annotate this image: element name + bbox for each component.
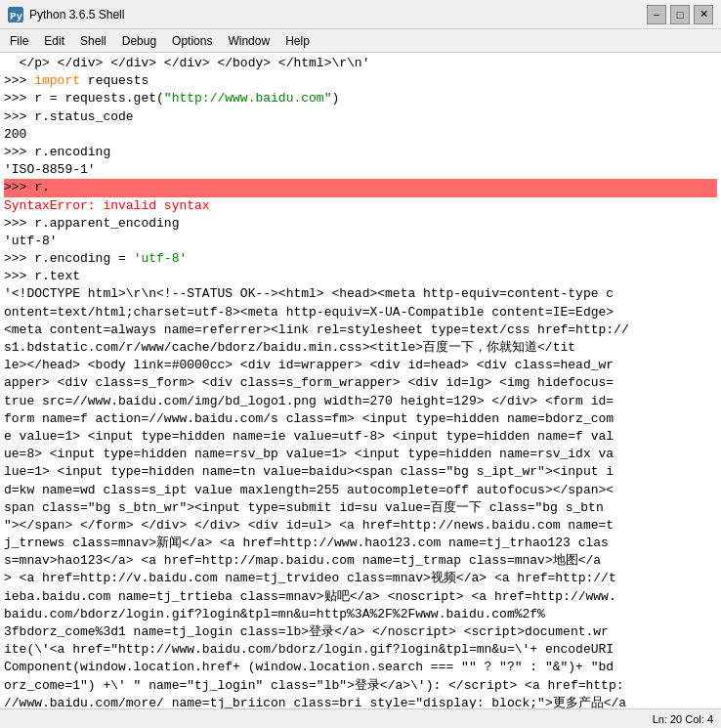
menu-item-help[interactable]: Help bbox=[279, 32, 316, 50]
python-icon: Py bbox=[8, 7, 23, 22]
svg-text:Py: Py bbox=[10, 11, 23, 22]
line-6: >>> r.encoding bbox=[4, 144, 717, 161]
line-14: '<!DOCTYPE html>\r\n<!--STATUS OK--><htm… bbox=[4, 285, 717, 708]
minimize-button[interactable]: − bbox=[647, 5, 666, 24]
menu-item-window[interactable]: Window bbox=[222, 32, 276, 50]
line-2: >>> import requests bbox=[4, 72, 717, 90]
title-bar: Py Python 3.6.5 Shell − □ ✕ bbox=[0, 0, 721, 29]
menu-bar: FileEditShellDebugOptionsWindowHelp bbox=[0, 29, 721, 53]
window-title: Python 3.6.5 Shell bbox=[29, 8, 124, 21]
title-bar-controls: − □ ✕ bbox=[647, 5, 713, 24]
line-12: >>> r.encoding = 'utf-8' bbox=[4, 250, 717, 268]
menu-item-debug[interactable]: Debug bbox=[116, 32, 162, 50]
shell-content[interactable]: </p> </div> </div> </div> </body> </html… bbox=[0, 53, 721, 708]
close-button[interactable]: ✕ bbox=[694, 5, 713, 24]
line-8: >>> r. bbox=[4, 179, 717, 196]
status-bar: Ln: 20 Col: 4 bbox=[0, 708, 721, 728]
status-text: Ln: 20 Col: 4 bbox=[653, 713, 713, 725]
title-bar-left: Py Python 3.6.5 Shell bbox=[8, 7, 124, 22]
line-13: >>> r.text bbox=[4, 268, 717, 285]
maximize-button[interactable]: □ bbox=[670, 5, 690, 24]
line-1: </p> </div> </div> </div> </body> </html… bbox=[4, 55, 717, 72]
menu-item-file[interactable]: File bbox=[4, 32, 34, 50]
line-11: 'utf-8' bbox=[4, 233, 717, 250]
menu-item-edit[interactable]: Edit bbox=[38, 32, 70, 50]
line-4: >>> r.status_code bbox=[4, 108, 717, 126]
menu-item-shell[interactable]: Shell bbox=[74, 32, 112, 50]
line-5: 200 bbox=[4, 126, 717, 144]
line-10: >>> r.apparent_encoding bbox=[4, 215, 717, 233]
line-7: 'ISO-8859-1' bbox=[4, 161, 717, 179]
menu-item-options[interactable]: Options bbox=[166, 32, 218, 50]
line-3: >>> r = requests.get("http://www.baidu.c… bbox=[4, 90, 717, 107]
line-9: SyntaxError: invalid syntax bbox=[4, 197, 717, 215]
